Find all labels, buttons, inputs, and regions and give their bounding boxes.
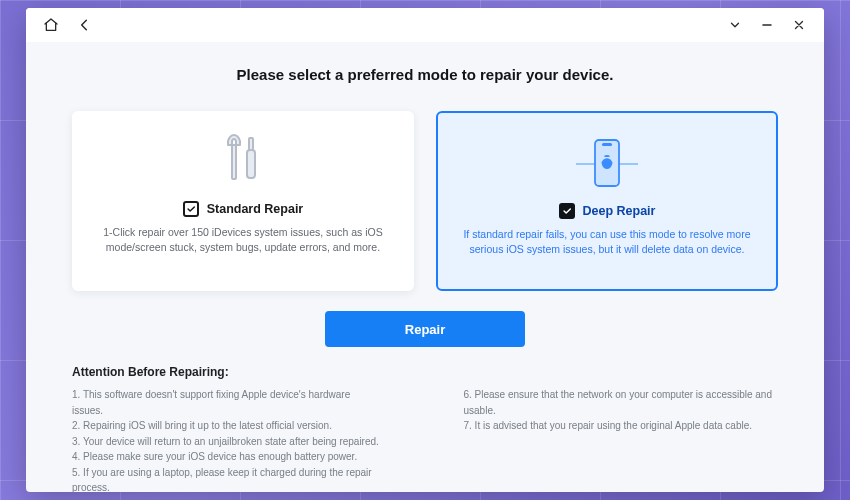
repair-button[interactable]: Repair <box>325 311 525 347</box>
svg-rect-5 <box>602 143 612 146</box>
home-icon <box>43 17 59 33</box>
svg-rect-0 <box>232 145 236 179</box>
home-button[interactable] <box>38 12 64 38</box>
checkbox-standard[interactable] <box>183 201 199 217</box>
mode-standard-desc: 1-Click repair over 150 iDevices system … <box>94 225 392 255</box>
svg-rect-1 <box>249 138 253 150</box>
arrow-left-icon <box>77 17 93 33</box>
titlebar <box>26 8 824 42</box>
phone-scan-icon <box>572 131 642 197</box>
chevron-down-icon <box>728 18 742 32</box>
mode-deep-title: Deep Repair <box>583 204 656 218</box>
tip-item: 7. It is advised that you repair using t… <box>463 418 778 434</box>
attention-section: Attention Before Repairing: 1. This soft… <box>62 347 788 492</box>
close-button[interactable] <box>786 12 812 38</box>
svg-rect-2 <box>247 150 255 178</box>
mode-card-deep[interactable]: Deep Repair If standard repair fails, yo… <box>436 111 778 291</box>
mode-deep-desc: If standard repair fails, you can use th… <box>460 227 754 257</box>
mode-selector: Standard Repair 1-Click repair over 150 … <box>62 111 788 291</box>
mode-standard-title: Standard Repair <box>207 202 304 216</box>
close-icon <box>792 18 806 32</box>
mode-card-standard[interactable]: Standard Repair 1-Click repair over 150 … <box>72 111 414 291</box>
menu-dropdown-button[interactable] <box>722 12 748 38</box>
wrench-screwdriver-icon <box>218 129 268 195</box>
back-button[interactable] <box>72 12 98 38</box>
content-area: Please select a preferred mode to repair… <box>26 42 824 492</box>
page-title: Please select a preferred mode to repair… <box>62 50 788 111</box>
check-icon <box>186 204 196 214</box>
minimize-button[interactable] <box>754 12 780 38</box>
tip-item: 2. Repairing iOS will bring it up to the… <box>72 418 383 434</box>
tip-item: 1. This software doesn't support fixing … <box>72 387 383 418</box>
tip-item: 6. Please ensure that the network on you… <box>463 387 778 418</box>
minimize-icon <box>760 18 774 32</box>
attention-heading: Attention Before Repairing: <box>72 365 778 379</box>
checkbox-deep[interactable] <box>559 203 575 219</box>
tips-column-left: 1. This software doesn't support fixing … <box>72 387 383 492</box>
tip-item: 3. Your device will return to an unjailb… <box>72 434 383 450</box>
app-window: Please select a preferred mode to repair… <box>26 8 824 492</box>
check-icon <box>562 206 572 216</box>
tip-item: 4. Please make sure your iOS device has … <box>72 449 383 465</box>
tips-column-right: 6. Please ensure that the network on you… <box>463 387 778 492</box>
tip-item: 5. If you are using a laptop, please kee… <box>72 465 383 493</box>
